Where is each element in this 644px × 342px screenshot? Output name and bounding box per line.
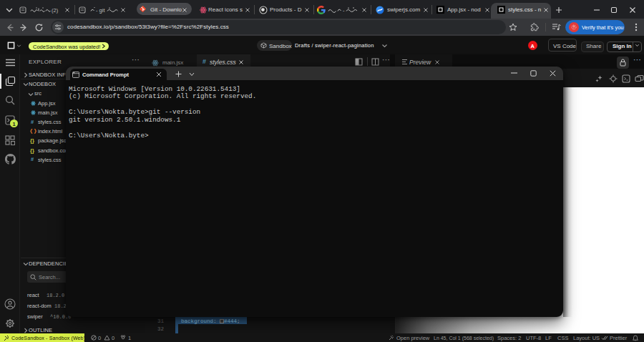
svg-text:- git: - git: [96, 7, 105, 14]
svg-text:-: -: [343, 7, 345, 14]
svg-text:?: ?: [573, 25, 575, 29]
svg-text:(2): (2): [52, 7, 59, 14]
